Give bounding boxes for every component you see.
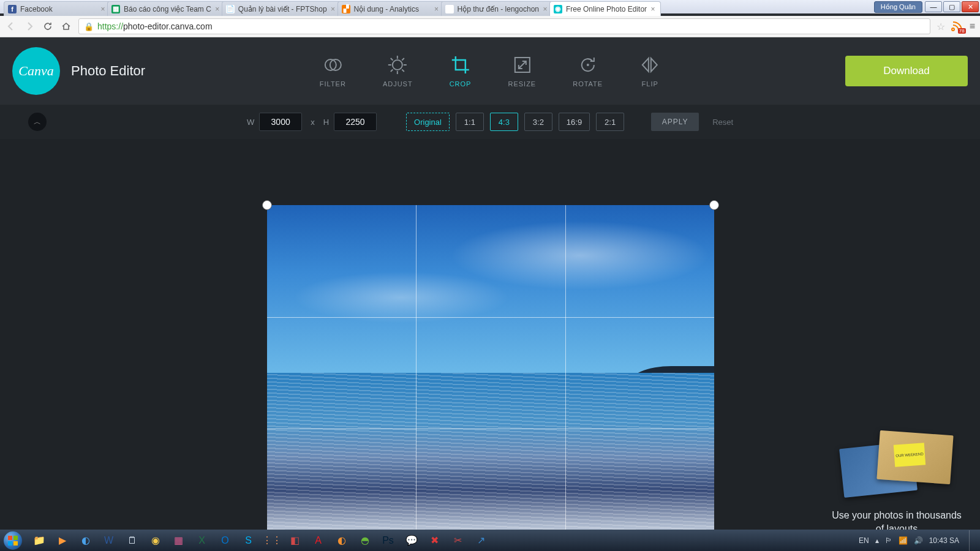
tab-title: Báo cáo công việc Team C bbox=[124, 5, 211, 13]
tray-chevron-icon[interactable]: ▴ bbox=[875, 536, 879, 545]
window-close-button[interactable]: ✕ bbox=[962, 1, 979, 12]
chrome-menu-icon[interactable]: ≡ bbox=[970, 21, 975, 32]
tool-flip[interactable]: FLIP bbox=[639, 54, 660, 88]
taskbar-app-share[interactable]: ↗ bbox=[470, 532, 492, 549]
dimension-separator: x bbox=[311, 118, 315, 127]
browser-tab[interactable]: 📄Quản lý bài viết - FPTShop× bbox=[222, 1, 341, 16]
tab-favicon: f bbox=[8, 5, 17, 13]
taskbar-app-dots[interactable]: ⋮⋮ bbox=[261, 532, 282, 549]
tab-favicon: ▦ bbox=[111, 5, 120, 13]
taskbar-file-explorer[interactable]: 📁 bbox=[28, 532, 50, 549]
download-button[interactable]: Download bbox=[845, 56, 968, 86]
tab-close-icon[interactable]: × bbox=[541, 5, 549, 13]
tool-label: FILTER bbox=[320, 80, 346, 88]
crop-handle-tl[interactable] bbox=[262, 200, 272, 210]
back-button[interactable] bbox=[5, 20, 17, 32]
aspect-ratio-button[interactable]: 4:3 bbox=[490, 113, 518, 131]
canvas-area: OUR WEEKEND Use your photos in thousands… bbox=[0, 139, 980, 530]
taskbar-app-orange[interactable]: ◐ bbox=[331, 532, 352, 549]
promo-thumbnails: OUR WEEKEND bbox=[829, 427, 964, 500]
taskbar-chrome[interactable]: ◉ bbox=[145, 532, 166, 549]
tool-adjust[interactable]: ADJUST bbox=[383, 54, 413, 88]
address-bar[interactable]: 🔒 https://photo-editor.canva.com bbox=[78, 18, 930, 34]
tool-rotate[interactable]: ROTATE bbox=[573, 54, 603, 88]
tab-close-icon[interactable]: × bbox=[330, 5, 337, 13]
taskbar-word[interactable]: W bbox=[98, 532, 119, 549]
browser-tab-strip: fFacebook×▦Báo cáo công việc Team C×📄Quả… bbox=[0, 0, 870, 16]
tool-crop[interactable]: CROP bbox=[450, 54, 472, 88]
tray-volume-icon[interactable]: 🔊 bbox=[914, 536, 923, 545]
aspect-ratio-button[interactable]: Original bbox=[406, 113, 450, 131]
crop-handle-tr[interactable] bbox=[709, 200, 719, 210]
bookmark-star-icon[interactable]: ☆ bbox=[937, 21, 945, 32]
tab-favicon: ▞ bbox=[342, 5, 350, 13]
taskbar-skype[interactable]: S bbox=[238, 532, 259, 549]
home-button[interactable] bbox=[60, 20, 72, 32]
taskbar-excel[interactable]: X bbox=[191, 532, 213, 549]
tab-favicon: M bbox=[445, 5, 454, 13]
show-desktop-button[interactable] bbox=[969, 530, 975, 551]
svg-line-10 bbox=[402, 58, 405, 61]
browser-tab[interactable]: ▦Báo cáo công việc Team C× bbox=[107, 1, 225, 16]
taskbar-app-green[interactable]: ◓ bbox=[354, 532, 375, 549]
taskbar-app-red[interactable]: ◧ bbox=[284, 532, 306, 549]
tool-resize[interactable]: RESIZE bbox=[508, 54, 536, 88]
tray-network-icon[interactable]: 📶 bbox=[899, 536, 908, 545]
reload-button[interactable] bbox=[42, 20, 54, 32]
tab-title: Nội dung - Analytics bbox=[354, 5, 431, 13]
browser-tab[interactable]: ◉Free Online Photo Editor× bbox=[549, 1, 661, 16]
tab-favicon: ◉ bbox=[554, 5, 562, 13]
height-input[interactable] bbox=[334, 113, 377, 131]
aspect-ratio-button[interactable]: 3:2 bbox=[524, 113, 552, 131]
taskbar-media-player[interactable]: ▶ bbox=[51, 532, 73, 549]
forward-button[interactable] bbox=[23, 20, 36, 32]
start-button[interactable] bbox=[0, 530, 26, 551]
tray-language[interactable]: EN bbox=[859, 536, 869, 545]
canva-logo[interactable]: Canva bbox=[12, 47, 60, 95]
browser-tab[interactable]: fFacebook× bbox=[4, 1, 111, 16]
aspect-ratio-button[interactable]: 1:1 bbox=[456, 113, 484, 131]
window-maximize-button[interactable]: ▢ bbox=[943, 1, 960, 12]
extension-rss-icon[interactable]: 78 bbox=[951, 20, 963, 32]
reset-button[interactable]: Reset bbox=[712, 118, 733, 127]
svg-point-2 bbox=[393, 60, 402, 70]
tray-clock[interactable]: 10:43 SA bbox=[929, 536, 959, 545]
tab-title: Free Online Photo Editor bbox=[566, 5, 647, 13]
taskbar-app-x[interactable]: ✖ bbox=[424, 532, 445, 549]
aspect-ratio-group: Original1:14:33:216:92:1 bbox=[406, 113, 624, 131]
width-input[interactable] bbox=[259, 113, 302, 131]
svg-line-7 bbox=[391, 58, 393, 61]
browser-tab[interactable]: ▞Nội dung - Analytics× bbox=[337, 1, 445, 16]
windows-username: Hồng Quân bbox=[874, 1, 922, 13]
taskbar-notepad[interactable]: 🗒 bbox=[121, 532, 143, 549]
svg-point-12 bbox=[587, 64, 589, 66]
extension-badge: 78 bbox=[958, 28, 966, 34]
height-control: H bbox=[323, 113, 377, 131]
taskbar-app-scissors[interactable]: ✂ bbox=[447, 532, 469, 549]
taskbar-outlook[interactable]: O bbox=[214, 532, 236, 549]
browser-toolbar: 🔒 https://photo-editor.canva.com ☆ 78 ≡ bbox=[0, 16, 980, 37]
taskbar-app-blue[interactable]: ◐ bbox=[75, 532, 96, 549]
tool-filter[interactable]: FILTER bbox=[320, 54, 346, 88]
tab-close-icon[interactable]: × bbox=[433, 5, 440, 13]
tray-flag-icon[interactable]: 🏳 bbox=[885, 536, 892, 545]
windows-orb-icon bbox=[4, 531, 22, 550]
aspect-ratio-button[interactable]: 16:9 bbox=[559, 113, 590, 131]
aspect-ratio-button[interactable]: 2:1 bbox=[596, 113, 624, 131]
apply-button[interactable]: APPLY bbox=[651, 113, 699, 131]
taskbar-adobe-reader[interactable]: A bbox=[307, 532, 329, 549]
tab-close-icon[interactable]: × bbox=[99, 5, 107, 13]
crop-frame[interactable] bbox=[267, 205, 714, 530]
browser-tab[interactable]: MHộp thư đến - lengochon× bbox=[441, 1, 553, 16]
url-protocol: https:// bbox=[97, 21, 123, 31]
tool-label: FLIP bbox=[642, 80, 658, 88]
tab-close-icon[interactable]: × bbox=[214, 5, 221, 13]
taskbar-photoshop[interactable]: Ps bbox=[377, 532, 399, 549]
window-minimize-button[interactable]: — bbox=[925, 1, 942, 12]
svg-line-8 bbox=[402, 70, 405, 72]
collapse-subbar-button[interactable]: ︿ bbox=[28, 113, 47, 131]
app-title: Photo Editor bbox=[71, 63, 145, 79]
taskbar-app-grid[interactable]: ▦ bbox=[168, 532, 189, 549]
taskbar-messenger[interactable]: 💬 bbox=[401, 532, 422, 549]
tab-close-icon[interactable]: × bbox=[649, 5, 657, 13]
